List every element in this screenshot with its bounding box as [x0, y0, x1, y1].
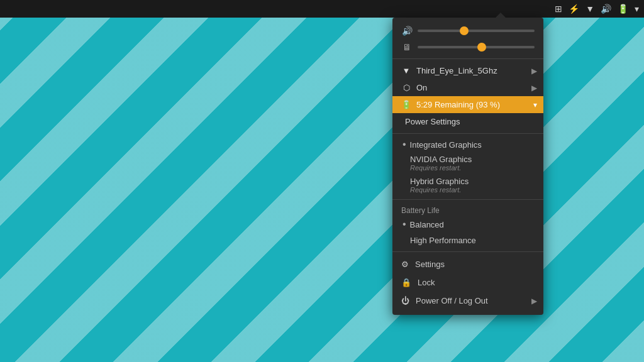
power-off-label: Power Off / Log Out	[416, 296, 488, 305]
power-off-arrow-icon: ▶	[531, 297, 537, 305]
balanced-label: Balanced	[410, 220, 444, 229]
bluetooth-label: On	[416, 83, 427, 92]
bluetooth-icon: ⬡	[401, 83, 411, 92]
grid-icon: ⊞	[555, 4, 562, 14]
wifi-icon: ▼	[586, 4, 594, 14]
volume-track[interactable]	[418, 30, 535, 32]
dropdown-arrow-icon[interactable]: ▾	[635, 4, 639, 14]
bluetooth-arrow-icon: ▶	[531, 84, 537, 92]
battery-arrow-icon: ▾	[533, 101, 537, 109]
brightness-track[interactable]	[418, 46, 535, 48]
lock-menu-item[interactable]: 🔒 Lock	[392, 273, 543, 292]
power-off-menu-item[interactable]: ⏻ Power Off / Log Out ▶	[392, 292, 543, 310]
lock-label: Lock	[418, 278, 435, 287]
bolt-icon: ⚡	[569, 4, 579, 14]
divider-3	[392, 199, 543, 200]
brightness-icon: 🖥	[401, 42, 413, 52]
volume-icon: 🔊	[401, 26, 413, 36]
divider-4	[392, 251, 543, 252]
balanced-power-item[interactable]: • Balanced	[392, 216, 543, 233]
hybrid-restart-label: Requires restart.	[410, 186, 535, 194]
bluetooth-menu-item[interactable]: ⬡ On ▶	[392, 79, 543, 96]
battery-life-title: Battery Life	[392, 203, 543, 216]
brightness-slider-row[interactable]: 🖥	[392, 39, 543, 55]
high-performance-item[interactable]: High Performance	[392, 233, 543, 248]
divider-2	[392, 133, 543, 134]
taskbar: ⊞ ⚡ ▼ 🔊 🔋 ▾	[0, 0, 644, 18]
divider-1	[392, 58, 543, 59]
selected-dot-icon: •	[402, 140, 406, 150]
integrated-graphics-item[interactable]: • Integrated Graphics	[392, 137, 543, 152]
settings-icon: ⚙	[401, 260, 409, 269]
power-off-icon: ⏻	[401, 296, 409, 305]
nvidia-restart-label: Requires restart.	[410, 164, 535, 172]
volume-slider-row[interactable]: 🔊	[392, 23, 543, 39]
wifi-label: Third_Eye_Link_5Ghz	[416, 66, 497, 75]
integrated-graphics-label: Integrated Graphics	[410, 140, 482, 150]
power-settings-label: Power Settings	[401, 117, 460, 126]
battery-menu-item[interactable]: 🔋 5:29 Remaining (93 %) ▾	[392, 96, 543, 113]
hybrid-graphics-label: Hybrid Graphics	[410, 177, 535, 186]
nvidia-graphics-item[interactable]: NVIDIA Graphics Requires restart.	[392, 152, 543, 174]
wifi-arrow-icon: ▶	[531, 67, 537, 75]
battery-icon-menu: 🔋	[401, 100, 411, 109]
volume-icon: 🔊	[601, 4, 611, 14]
background	[0, 0, 644, 362]
wifi-icon: ▼	[401, 66, 411, 75]
high-performance-label: High Performance	[410, 236, 476, 245]
lock-icon: 🔒	[401, 278, 411, 287]
battery-icon: 🔋	[618, 4, 628, 14]
settings-label: Settings	[415, 260, 445, 269]
battery-label: 5:29 Remaining (93 %)	[416, 100, 500, 109]
balanced-dot-icon: •	[402, 219, 406, 229]
nvidia-graphics-label: NVIDIA Graphics	[410, 155, 535, 164]
volume-thumb[interactable]	[460, 26, 469, 35]
settings-menu-item[interactable]: ⚙ Settings	[392, 255, 543, 273]
system-dropdown: 🔊 🖥 ▼ Third_Eye_Link_5Ghz ▶ ⬡ On ▶ 🔋 5:2…	[392, 18, 543, 315]
hybrid-graphics-item[interactable]: Hybrid Graphics Requires restart.	[392, 174, 543, 196]
wifi-menu-item[interactable]: ▼ Third_Eye_Link_5Ghz ▶	[392, 62, 543, 79]
power-settings-item[interactable]: Power Settings	[392, 113, 543, 130]
brightness-thumb[interactable]	[477, 43, 486, 52]
